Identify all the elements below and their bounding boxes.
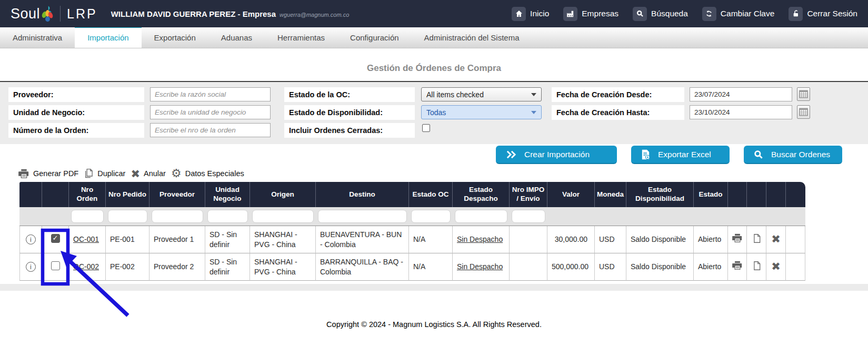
tab-herramientas[interactable]: Herramientas	[265, 27, 337, 48]
soul-flame-logo-icon	[41, 5, 54, 22]
table-row: OC-002 PE-002 Proveedor 2 SD - Sin defin…	[19, 253, 805, 281]
nav-item-empresas[interactable]: Empresas	[563, 7, 618, 21]
column-filter-row	[19, 207, 805, 226]
label-estado-oc: Estado de la OC:	[284, 87, 415, 102]
top-nav: Inicio Empresas Búsqueda Cambi	[497, 7, 857, 21]
despacho-link[interactable]: Sin Despacho	[457, 262, 503, 271]
factory-icon	[563, 7, 577, 21]
calendar-desde-button[interactable]	[797, 87, 810, 101]
page-title: Gestión de Órdenes de Compra	[0, 48, 868, 74]
chevron-down-icon	[531, 93, 536, 96]
row-checkbox[interactable]	[51, 234, 60, 243]
label-unidad-negocio: Unidad de Negocio:	[8, 105, 144, 120]
tab-configuracion[interactable]: Configuración	[337, 27, 412, 48]
copy-icon	[84, 168, 94, 179]
duplicate-row-icon[interactable]	[752, 233, 761, 243]
nav-item-busqueda[interactable]: Búsqueda	[633, 7, 688, 21]
tab-exportacion[interactable]: Exportación	[142, 27, 208, 48]
generar-pdf-tool[interactable]: Generar PDF	[18, 169, 78, 179]
duplicar-tool[interactable]: Duplicar	[84, 168, 125, 179]
print-row-icon[interactable]	[732, 261, 743, 270]
print-row-icon[interactable]	[732, 233, 743, 243]
cancel-row-icon[interactable]: ✖	[771, 261, 781, 272]
nav-item-inicio[interactable]: Inicio	[512, 7, 549, 21]
duplicate-row-icon[interactable]	[752, 261, 761, 271]
filter-estado-despacho-input[interactable]	[455, 210, 507, 223]
nav-item-cambiar-clave[interactable]: Cambiar Clave	[702, 7, 775, 21]
estado-oc-select[interactable]: All items checked	[421, 87, 542, 101]
order-link[interactable]: OC-002	[73, 262, 99, 271]
filter-destino-input[interactable]	[318, 210, 407, 223]
table-bottom-strip	[0, 284, 868, 291]
calendar-icon	[799, 90, 808, 98]
user-info: WILLIAM DAVID GUERRA PEREZ - Empresa wgu…	[111, 9, 350, 18]
estado-disponibilidad-select[interactable]: Todas	[421, 105, 542, 119]
excel-export-icon	[641, 149, 651, 160]
module-tab-bar: Administrativa Importación Exportación A…	[0, 27, 868, 48]
search-icon	[753, 149, 764, 160]
user-email: wguerra@magnum.com.co	[280, 12, 349, 18]
search-icon	[633, 7, 647, 21]
anular-tool[interactable]: ✖ Anular	[131, 168, 166, 179]
nav-item-cerrar-sesion[interactable]: Cerrar Sesión	[789, 7, 857, 21]
label-proveedor: Proveedor:	[8, 87, 144, 102]
tab-importacion[interactable]: Importación	[75, 25, 141, 48]
label-estado-disponibilidad: Estado de Disponibilidad:	[284, 105, 415, 120]
x-icon: ✖	[131, 168, 140, 179]
exportar-excel-button[interactable]: Exportar Excel	[631, 146, 730, 164]
padlock-icon	[789, 7, 803, 21]
brand-lrp-text: LRP	[67, 6, 97, 22]
fecha-desde-input[interactable]	[690, 87, 792, 101]
row-checkbox[interactable]	[51, 261, 60, 270]
label-incluir-cerradas: Incluir Ordenes Cerradas:	[284, 123, 415, 138]
calendar-hasta-button[interactable]	[797, 105, 810, 119]
order-link[interactable]: OC-001	[73, 235, 99, 243]
filter-origen-input[interactable]	[252, 210, 314, 223]
info-icon[interactable]	[26, 234, 36, 244]
despacho-link[interactable]: Sin Despacho	[457, 235, 503, 243]
top-bar: Soul LRP WILLIAM DAVID GUERRA PEREZ - Em…	[0, 0, 868, 27]
label-fecha-desde: Fecha de Creación Desde:	[552, 87, 684, 102]
info-icon[interactable]	[26, 262, 36, 272]
orders-table: Nro Orden Nro Pedido Proveedor Unidad Ne…	[19, 182, 805, 281]
filter-unidad-negocio-input[interactable]	[207, 210, 248, 223]
table-header-row: Nro Orden Nro Pedido Proveedor Unidad Ne…	[19, 182, 805, 207]
filter-nro-impo-input[interactable]	[512, 210, 545, 223]
home-icon	[512, 7, 526, 21]
datos-especiales-tool[interactable]: ⚙ Datos Especiales	[171, 168, 244, 179]
brand-soul-text: Soul	[11, 6, 40, 22]
crear-importacion-button[interactable]: Crear Importación	[496, 146, 617, 164]
incluir-cerradas-checkbox[interactable]	[422, 124, 430, 132]
fecha-hasta-input[interactable]	[690, 105, 792, 119]
printer-icon	[18, 169, 29, 179]
label-numero-orden: Número de la Orden:	[8, 123, 144, 138]
unidad-negocio-input[interactable]	[150, 105, 271, 119]
brand-divider	[60, 6, 61, 22]
numero-orden-input[interactable]	[150, 123, 271, 137]
grid-toolbar: Generar PDF Duplicar ✖ Anular ⚙ Datos Es…	[18, 168, 868, 179]
filters-panel: Proveedor: Unidad de Negocio: Número de …	[0, 82, 868, 144]
chevron-down-icon	[531, 111, 536, 114]
filter-nro-orden-input[interactable]	[71, 210, 104, 223]
filter-proveedor-input[interactable]	[152, 210, 203, 223]
tab-administracion-del-sistema[interactable]: Administración del Sistema	[412, 27, 532, 48]
filter-nro-pedido-input[interactable]	[108, 210, 147, 223]
label-fecha-hasta: Fecha de Creación Hasta:	[552, 105, 684, 120]
brand: Soul LRP	[11, 5, 97, 22]
buscar-ordenes-button[interactable]: Buscar Ordenes	[744, 146, 842, 164]
calendar-icon	[799, 108, 808, 116]
refresh-icon	[702, 7, 716, 21]
user-name: WILLIAM DAVID GUERRA PEREZ - Empresa	[111, 9, 276, 18]
double-chevron-icon	[505, 150, 517, 159]
tab-aduanas[interactable]: Aduanas	[208, 27, 265, 48]
tab-administrativa[interactable]: Administrativa	[0, 27, 75, 48]
table-row: OC-001 PE-001 Proveedor 1 SD - Sin defin…	[19, 226, 805, 253]
proveedor-input[interactable]	[150, 87, 271, 101]
copyright-footer: Copyright © 2024 - Magnum Logistics S.A.…	[0, 320, 868, 329]
cancel-row-icon[interactable]: ✖	[771, 233, 781, 244]
actions-row: Crear Importación Exportar Excel Buscar …	[0, 146, 842, 164]
filter-estado-oc-input[interactable]	[411, 210, 451, 223]
gear-icon: ⚙	[171, 168, 182, 179]
